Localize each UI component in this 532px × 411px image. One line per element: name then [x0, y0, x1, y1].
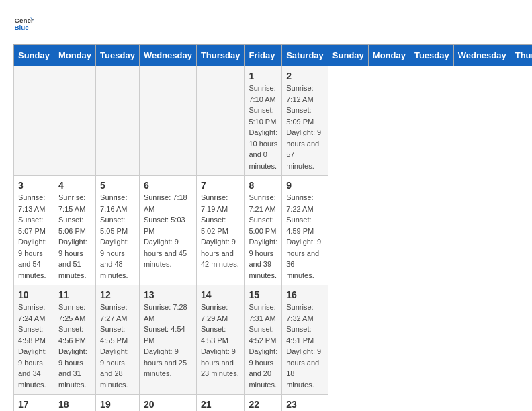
day-number: 4 [58, 180, 91, 191]
calendar-cell [54, 66, 95, 176]
day-detail: Sunrise: 7:21 AM Sunset: 5:00 PM Dayligh… [249, 192, 277, 281]
day-detail: Sunrise: 7:12 AM Sunset: 5:09 PM Dayligh… [286, 83, 324, 171]
day-number: 11 [58, 289, 91, 300]
day-number: 10 [18, 289, 50, 300]
day-detail: Sunrise: 7:13 AM Sunset: 5:07 PM Dayligh… [18, 192, 50, 281]
col-header-wednesday: Wednesday [453, 45, 511, 66]
day-detail: Sunrise: 7:15 AM Sunset: 5:06 PM Dayligh… [58, 192, 91, 281]
day-number: 17 [18, 399, 50, 410]
calendar-cell: 15Sunrise: 7:31 AM Sunset: 4:52 PM Dayli… [245, 285, 282, 395]
calendar-table: SundayMondayTuesdayWednesdayThursdayFrid… [13, 44, 532, 411]
col-header-tuesday: Tuesday [410, 45, 453, 66]
col-header-sunday: Sunday [328, 45, 368, 66]
calendar-cell: 19Sunrise: 7:37 AM Sunset: 4:48 PM Dayli… [96, 395, 140, 412]
day-number: 13 [144, 289, 192, 300]
day-detail: Sunrise: 7:24 AM Sunset: 4:58 PM Dayligh… [18, 302, 50, 390]
calendar-cell: 13Sunrise: 7:28 AM Sunset: 4:54 PM Dayli… [139, 285, 196, 395]
header: General Blue [13, 13, 519, 34]
day-number: 6 [144, 180, 192, 191]
day-detail: Sunrise: 7:19 AM Sunset: 5:02 PM Dayligh… [201, 192, 240, 270]
calendar-cell: 17Sunrise: 7:34 AM Sunset: 4:50 PM Dayli… [14, 395, 54, 412]
col-header-thursday: Thursday [511, 45, 532, 66]
calendar-cell: 16Sunrise: 7:32 AM Sunset: 4:51 PM Dayli… [282, 285, 328, 395]
calendar-cell: 3Sunrise: 7:13 AM Sunset: 5:07 PM Daylig… [14, 176, 54, 285]
calendar-cell: 20Sunrise: 7:38 AM Sunset: 4:47 PM Dayli… [139, 395, 196, 412]
day-number: 9 [286, 180, 324, 191]
day-detail: Sunrise: 7:18 AM Sunset: 5:03 PM Dayligh… [144, 192, 192, 270]
day-detail: Sunrise: 7:28 AM Sunset: 4:54 PM Dayligh… [144, 302, 192, 379]
calendar-cell: 8Sunrise: 7:21 AM Sunset: 5:00 PM Daylig… [245, 176, 282, 285]
day-detail: Sunrise: 7:29 AM Sunset: 4:53 PM Dayligh… [201, 302, 240, 379]
header-tuesday: Tuesday [96, 45, 140, 66]
day-number: 19 [100, 399, 135, 410]
day-number: 5 [100, 180, 135, 191]
calendar-cell [139, 66, 196, 176]
calendar-cell: 2Sunrise: 7:12 AM Sunset: 5:09 PM Daylig… [282, 66, 328, 176]
day-number: 12 [100, 289, 135, 300]
calendar-week-1: 1Sunrise: 7:10 AM Sunset: 5:10 PM Daylig… [14, 66, 533, 176]
day-number: 20 [144, 399, 192, 410]
calendar-week-4: 17Sunrise: 7:34 AM Sunset: 4:50 PM Dayli… [14, 395, 533, 412]
day-number: 2 [286, 71, 324, 81]
calendar-cell: 12Sunrise: 7:27 AM Sunset: 4:55 PM Dayli… [96, 285, 140, 395]
calendar-cell [196, 66, 245, 176]
calendar-cell: 23Sunrise: 7:42 AM Sunset: 4:44 PM Dayli… [282, 395, 328, 412]
day-detail: Sunrise: 7:32 AM Sunset: 4:51 PM Dayligh… [286, 302, 324, 390]
day-detail: Sunrise: 7:31 AM Sunset: 4:52 PM Dayligh… [249, 302, 277, 390]
calendar-week-2: 3Sunrise: 7:13 AM Sunset: 5:07 PM Daylig… [14, 176, 533, 285]
header-sunday: Sunday [14, 45, 54, 66]
day-detail: Sunrise: 7:16 AM Sunset: 5:05 PM Dayligh… [100, 192, 135, 281]
calendar-cell: 1Sunrise: 7:10 AM Sunset: 5:10 PM Daylig… [245, 66, 282, 176]
logo-icon: General Blue [13, 13, 34, 34]
calendar-cell: 6Sunrise: 7:18 AM Sunset: 5:03 PM Daylig… [139, 176, 196, 285]
calendar-cell [96, 66, 140, 176]
header-saturday: Saturday [282, 45, 328, 66]
calendar-cell: 18Sunrise: 7:35 AM Sunset: 4:49 PM Dayli… [54, 395, 95, 412]
day-number: 18 [58, 399, 91, 410]
header-friday: Friday [245, 45, 282, 66]
day-number: 16 [286, 289, 324, 300]
calendar-header-row: SundayMondayTuesdayWednesdayThursdayFrid… [14, 45, 533, 66]
calendar-week-3: 10Sunrise: 7:24 AM Sunset: 4:58 PM Dayli… [14, 285, 533, 395]
calendar-cell: 10Sunrise: 7:24 AM Sunset: 4:58 PM Dayli… [14, 285, 54, 395]
calendar-cell: 14Sunrise: 7:29 AM Sunset: 4:53 PM Dayli… [196, 285, 245, 395]
day-number: 14 [201, 289, 240, 300]
day-number: 1 [249, 71, 277, 81]
day-detail: Sunrise: 7:27 AM Sunset: 4:55 PM Dayligh… [100, 302, 135, 390]
calendar-cell: 7Sunrise: 7:19 AM Sunset: 5:02 PM Daylig… [196, 176, 245, 285]
calendar-cell: 4Sunrise: 7:15 AM Sunset: 5:06 PM Daylig… [54, 176, 95, 285]
calendar-cell: 21Sunrise: 7:40 AM Sunset: 4:46 PM Dayli… [196, 395, 245, 412]
calendar-cell: 9Sunrise: 7:22 AM Sunset: 4:59 PM Daylig… [282, 176, 328, 285]
svg-text:Blue: Blue [15, 24, 30, 31]
day-number: 8 [249, 180, 277, 191]
day-detail: Sunrise: 7:22 AM Sunset: 4:59 PM Dayligh… [286, 192, 324, 281]
day-number: 7 [201, 180, 240, 191]
day-number: 22 [249, 399, 277, 410]
logo: General Blue [13, 13, 36, 34]
day-detail: Sunrise: 7:25 AM Sunset: 4:56 PM Dayligh… [58, 302, 91, 390]
day-number: 21 [201, 399, 240, 410]
day-number: 23 [286, 399, 324, 410]
day-number: 3 [18, 180, 50, 191]
col-header-monday: Monday [368, 45, 410, 66]
calendar-cell: 11Sunrise: 7:25 AM Sunset: 4:56 PM Dayli… [54, 285, 95, 395]
header-monday: Monday [54, 45, 95, 66]
header-thursday: Thursday [196, 45, 245, 66]
calendar-cell [14, 66, 54, 176]
header-wednesday: Wednesday [139, 45, 196, 66]
calendar-cell: 5Sunrise: 7:16 AM Sunset: 5:05 PM Daylig… [96, 176, 140, 285]
calendar-cell: 22Sunrise: 7:41 AM Sunset: 4:45 PM Dayli… [245, 395, 282, 412]
day-number: 15 [249, 289, 277, 300]
day-detail: Sunrise: 7:10 AM Sunset: 5:10 PM Dayligh… [249, 83, 277, 171]
